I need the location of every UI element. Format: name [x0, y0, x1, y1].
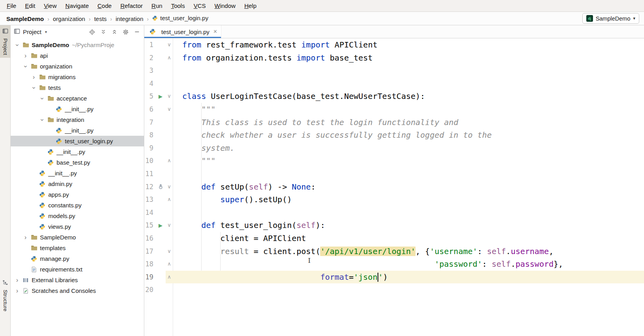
- menu-tools[interactable]: Tools: [167, 2, 189, 10]
- line-number[interactable]: 8: [144, 129, 155, 142]
- menu-window[interactable]: Window: [210, 2, 240, 10]
- tree-item-migrations[interactable]: ›migrations: [11, 72, 144, 82]
- fold-up-icon[interactable]: ∧: [166, 154, 173, 167]
- fold-down-icon[interactable]: ∨: [166, 219, 173, 232]
- line-number[interactable]: 13: [144, 193, 155, 206]
- fold-up-icon[interactable]: ∧: [166, 258, 173, 271]
- run-test-icon[interactable]: ▶: [155, 90, 166, 103]
- menu-navigate[interactable]: Navigate: [61, 2, 93, 10]
- tree-item-init-py[interactable]: __init__.py: [11, 104, 144, 114]
- line-number[interactable]: 6: [144, 103, 155, 116]
- line-number[interactable]: 12: [144, 180, 155, 194]
- editor-tab-test-user-login[interactable]: test_user_login.py ×: [144, 25, 221, 38]
- chevron-collapsed-icon[interactable]: ›: [13, 288, 21, 294]
- code-line-19[interactable]: 19∧ format='json'): [144, 271, 644, 284]
- code-line-10[interactable]: 10∧ """: [144, 154, 644, 167]
- code-line-3[interactable]: 3: [144, 64, 644, 77]
- menu-view[interactable]: View: [40, 2, 61, 10]
- code-line-14[interactable]: 14: [144, 206, 644, 219]
- line-number[interactable]: 11: [144, 167, 155, 180]
- tool-window-button-project[interactable]: Project: [0, 25, 10, 58]
- tree-item-sampledemo[interactable]: ›SampleDemo~/PycharmProje: [11, 40, 144, 50]
- code-line-6[interactable]: 6∨ """: [144, 103, 644, 116]
- code-line-7[interactable]: 7 This class is used to test the login f…: [144, 116, 644, 129]
- line-number[interactable]: 7: [144, 116, 155, 129]
- line-number[interactable]: 14: [144, 206, 155, 219]
- code-line-4[interactable]: 4: [144, 77, 644, 90]
- tree-item-base-test-py[interactable]: base_test.py: [11, 157, 144, 168]
- override-marker-icon[interactable]: [155, 180, 166, 194]
- tree-item-tests[interactable]: ›tests: [11, 82, 144, 93]
- fold-down-icon[interactable]: ∨: [166, 245, 173, 258]
- line-number[interactable]: 1: [144, 38, 155, 51]
- breadcrumb-item-sampledemo[interactable]: SampleDemo: [6, 15, 45, 22]
- tree-item-views-py[interactable]: views.py: [11, 221, 144, 232]
- tree-item-init-py[interactable]: __init__.py: [11, 168, 144, 178]
- settings-gear-icon[interactable]: [123, 29, 129, 35]
- tool-window-button-structure[interactable]: Structure: [0, 277, 10, 314]
- fold-down-icon[interactable]: ∨: [166, 90, 173, 103]
- code-line-16[interactable]: 16 client = APIClient: [144, 232, 644, 245]
- line-number[interactable]: 20: [144, 283, 155, 296]
- fold-down-icon[interactable]: ∨: [166, 180, 173, 194]
- breadcrumb-item-tests[interactable]: tests: [93, 15, 108, 22]
- fold-up-icon[interactable]: ∧: [166, 193, 173, 206]
- code-line-1[interactable]: 1∨from rest_framework.test import APICli…: [144, 38, 644, 51]
- line-number[interactable]: 4: [144, 77, 155, 90]
- chevron-expanded-icon[interactable]: ›: [39, 116, 45, 124]
- menu-help[interactable]: Help: [240, 2, 261, 10]
- code-line-20[interactable]: 20: [144, 283, 644, 296]
- hide-panel-icon[interactable]: [134, 29, 140, 35]
- line-number[interactable]: 10: [144, 154, 155, 167]
- chevron-collapsed-icon[interactable]: ›: [21, 234, 30, 241]
- code-line-15[interactable]: 15▶∨ def test_user_login(self):: [144, 219, 644, 232]
- tree-item-apps-py[interactable]: apps.py: [11, 189, 144, 200]
- code-line-9[interactable]: 9 system.: [144, 142, 644, 155]
- line-number[interactable]: 2: [144, 51, 155, 65]
- chevron-expanded-icon[interactable]: ›: [14, 41, 21, 49]
- menu-run[interactable]: Run: [147, 2, 167, 10]
- breadcrumb-item-test-user-login-py[interactable]: test_user_login.py: [151, 15, 209, 21]
- line-number[interactable]: 9: [144, 142, 155, 155]
- menu-vcs[interactable]: VCS: [189, 2, 210, 10]
- tree-item-acceptance[interactable]: ›acceptance: [11, 93, 144, 104]
- tree-item-scratches-and-consoles[interactable]: ›Scratches and Consoles: [11, 285, 144, 296]
- tree-item-manage-py[interactable]: manage.py: [11, 253, 144, 264]
- tree-item-organization[interactable]: ›organization: [11, 61, 144, 72]
- menu-edit[interactable]: Edit: [21, 2, 40, 10]
- expand-all-icon[interactable]: [100, 29, 106, 35]
- fold-up-icon[interactable]: ∧: [166, 51, 173, 65]
- tree-item-init-py[interactable]: __init__.py: [11, 125, 144, 136]
- code-line-12[interactable]: 12∨ def setUp(self) -> None:: [144, 180, 644, 194]
- tree-item-init-py[interactable]: __init__.py: [11, 146, 144, 157]
- menu-file[interactable]: File: [2, 2, 21, 10]
- breadcrumb-item-organization[interactable]: organization: [52, 15, 86, 22]
- code-line-2[interactable]: 2∧from organization.tests import base_te…: [144, 51, 644, 65]
- close-tab-icon[interactable]: ×: [213, 28, 217, 35]
- code-line-13[interactable]: 13∧ super().setUp(): [144, 193, 644, 206]
- tree-item-external-libraries[interactable]: ›External Libraries: [11, 275, 144, 285]
- line-number[interactable]: 15: [144, 219, 155, 232]
- tree-item-templates[interactable]: templates: [11, 243, 144, 253]
- tree-item-api[interactable]: ›api: [11, 50, 144, 61]
- chevron-expanded-icon[interactable]: ›: [23, 62, 29, 70]
- tree-item-admin-py[interactable]: admin.py: [11, 178, 144, 189]
- line-number[interactable]: 3: [144, 64, 155, 77]
- tree-item-constants-py[interactable]: constants.py: [11, 200, 144, 211]
- menu-refactor[interactable]: Refactor: [116, 2, 147, 10]
- tree-item-requirements-txt[interactable]: requirements.txt: [11, 264, 144, 275]
- run-configuration-selector[interactable]: dj SampleDemo ▾: [582, 13, 639, 24]
- code-line-17[interactable]: 17∨ result = client.post('/api/v1/user/l…: [144, 245, 644, 258]
- breadcrumb-item-integration[interactable]: integration: [115, 15, 144, 22]
- fold-up-icon[interactable]: ∧: [166, 271, 173, 284]
- project-panel-title[interactable]: Project: [23, 28, 42, 35]
- run-test-icon[interactable]: ▶: [155, 219, 166, 232]
- line-number[interactable]: 17: [144, 245, 155, 258]
- tree-item-models-py[interactable]: models.py: [11, 211, 144, 221]
- collapse-all-icon[interactable]: [111, 29, 117, 35]
- fold-down-icon[interactable]: ∨: [166, 38, 173, 51]
- code-line-8[interactable]: 8 check whether a user is successfully g…: [144, 129, 644, 142]
- chevron-collapsed-icon[interactable]: ›: [30, 74, 38, 80]
- editor-code-area[interactable]: 1∨from rest_framework.test import APICli…: [144, 38, 644, 336]
- line-number[interactable]: 19: [144, 271, 155, 284]
